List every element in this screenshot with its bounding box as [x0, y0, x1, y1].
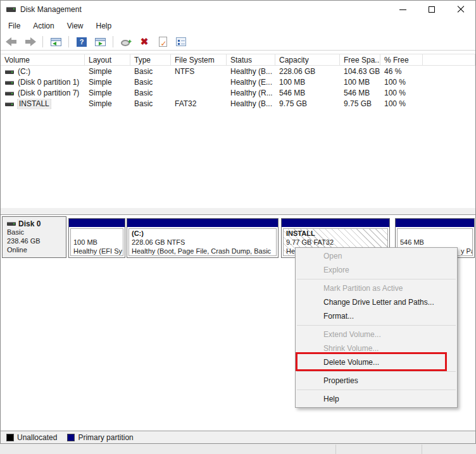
column-header-status[interactable]: Status: [227, 54, 275, 65]
cell-pct_free: 100 %: [380, 77, 423, 88]
console-tree-icon[interactable]: [49, 35, 63, 48]
menu-action[interactable]: Action: [27, 20, 60, 32]
menu-item-open: Open: [296, 249, 457, 263]
menu-item-format[interactable]: Format...: [296, 309, 457, 323]
cell-volume: INSTALL: [1, 99, 85, 109]
cell-pct_free: 100 %: [380, 99, 423, 109]
menu-separator: [297, 279, 456, 279]
partition-line3: Healthy (EFI Sy: [73, 247, 120, 255]
close-button[interactable]: [446, 1, 475, 18]
menu-item-help[interactable]: Help: [296, 392, 457, 406]
table-row[interactable]: (Disk 0 partition 1)SimpleBasicHealthy (…: [1, 77, 475, 88]
cell-file_system: FAT32: [171, 99, 227, 109]
volume-list: VolumeLayoutTypeFile SystemStatusCapacit…: [1, 51, 475, 207]
menu-item-mark-partition-as-active: Mark Partition as Active: [296, 281, 457, 295]
table-row[interactable]: INSTALLSimpleBasicFAT32Healthy (B...9.75…: [1, 99, 475, 109]
column-header-layout[interactable]: Layout: [85, 54, 130, 65]
menu-separator: [297, 390, 456, 390]
menu-item-change-drive-letter-and-paths[interactable]: Change Drive Letter and Paths...: [296, 295, 457, 309]
volume-icon: [5, 70, 14, 74]
legend-primary-partition: Primary partition: [67, 433, 133, 442]
cell-status: Healthy (B...: [227, 66, 275, 77]
status-strip-divider: [422, 445, 422, 454]
window-title: Disk Management: [20, 5, 82, 14]
column-header-file_system[interactable]: File System: [171, 54, 227, 65]
cell-layout: Simple: [85, 99, 130, 109]
partition-body: 100 MBHealthy (EFI Sy: [70, 228, 123, 256]
partition-label: INSTALL: [286, 229, 385, 238]
cell-layout: Simple: [85, 88, 130, 99]
partition-label: [400, 229, 470, 238]
cell-free_space: 9.75 GB: [340, 99, 380, 109]
column-header-volume[interactable]: Volume: [1, 54, 85, 65]
disk-0-title: Disk 0: [7, 219, 66, 228]
cell-pct_free: 100 %: [380, 88, 423, 99]
cell-layout: Simple: [85, 66, 130, 77]
forward-icon[interactable]: [23, 35, 37, 48]
help-icon[interactable]: [75, 35, 89, 48]
column-header-type[interactable]: Type: [130, 54, 171, 65]
table-row[interactable]: (Disk 0 partition 7)SimpleBasicHealthy (…: [1, 88, 475, 99]
cell-status: Healthy (R...: [227, 88, 275, 99]
check-document-icon[interactable]: [156, 35, 170, 48]
volume-name: INSTALL: [18, 99, 51, 109]
status-strip-divider: [335, 445, 336, 454]
cell-pct_free: 46 %: [380, 66, 423, 77]
partition-color-strip: [396, 219, 474, 227]
partition-label: [73, 229, 120, 238]
partition-color-strip: [127, 219, 278, 227]
back-icon[interactable]: [4, 35, 18, 48]
column-header-capacity[interactable]: Capacity: [275, 54, 340, 65]
cell-type: Basic: [130, 66, 171, 77]
checklist-icon[interactable]: [174, 35, 188, 48]
table-row[interactable]: (C:)SimpleBasicNTFSHealthy (B...228.06 G…: [1, 66, 475, 77]
screen: Disk Management File Action View Help: [0, 0, 476, 454]
rescan-icon[interactable]: [119, 35, 133, 48]
close-icon: [457, 6, 465, 13]
cell-file_system: NTFS: [171, 66, 227, 77]
volume-list-rows: (C:)SimpleBasicNTFSHealthy (B...228.06 G…: [1, 66, 475, 109]
minimize-icon: [399, 9, 406, 10]
maximize-icon: [429, 6, 435, 13]
menu-bar: File Action View Help: [1, 18, 475, 34]
legend-primary-partition-label: Primary partition: [78, 433, 133, 442]
menu-item-properties[interactable]: Properties: [296, 374, 457, 388]
column-header-free_space[interactable]: Free Spa...: [340, 54, 380, 65]
cell-volume: (Disk 0 partition 7): [1, 88, 85, 99]
toolbar: [1, 34, 475, 51]
volume-icon: [5, 102, 14, 106]
partition-line2: 228.06 GB NTFS: [132, 238, 273, 247]
window-controls: [388, 1, 475, 18]
disk-0-info-panel[interactable]: Disk 0 Basic 238.46 GB Online: [2, 216, 66, 258]
cell-capacity: 100 MB: [275, 77, 340, 88]
minimize-button[interactable]: [388, 1, 417, 18]
partition-block-0[interactable]: 100 MBHealthy (EFI Sy: [68, 218, 125, 258]
cell-status: Healthy (E...: [227, 77, 275, 88]
partition-line2: 9.77 GB FAT32: [286, 238, 385, 247]
maximize-button[interactable]: [417, 1, 446, 18]
cell-free_space: 100 MB: [340, 77, 380, 88]
column-header-pct_free[interactable]: % Free: [380, 54, 423, 65]
partition-color-strip: [282, 219, 389, 227]
menu-view[interactable]: View: [61, 20, 90, 32]
cell-capacity: 9.75 GB: [275, 99, 340, 109]
console-window-icon[interactable]: [93, 35, 107, 48]
toolbar-separator: [42, 36, 43, 47]
menu-item-extend-volume: Extend Volume...: [296, 328, 457, 341]
menu-help[interactable]: Help: [90, 20, 118, 32]
partition-block-c[interactable]: (C:)228.06 GB NTFSHealthy (Boot, Page Fi…: [127, 218, 279, 258]
disk-size: 238.46 GB: [7, 236, 66, 245]
volume-name: (Disk 0 partition 7): [18, 88, 79, 99]
pane-splitter[interactable]: [1, 207, 475, 215]
partition-line2: 546 MB: [400, 238, 470, 247]
volume-icon: [5, 81, 14, 85]
menu-item-delete-volume[interactable]: Delete Volume...: [296, 355, 457, 369]
unallocated-swatch: [6, 434, 14, 441]
legend-unallocated-label: Unallocated: [17, 433, 57, 442]
app-icon: [6, 7, 16, 12]
menu-item-shrink-volume: Shrink Volume...: [296, 341, 457, 355]
menu-file[interactable]: File: [2, 20, 27, 32]
volume-name: (Disk 0 partition 1): [18, 77, 79, 88]
delete-icon[interactable]: [137, 35, 151, 48]
volume-list-header: VolumeLayoutTypeFile SystemStatusCapacit…: [1, 54, 475, 66]
